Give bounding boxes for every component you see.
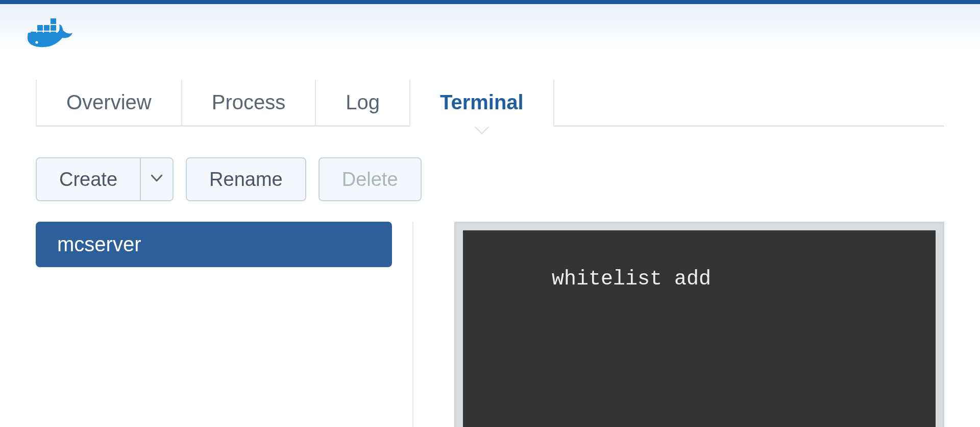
chevron-down-icon bbox=[151, 175, 162, 184]
terminal-list-sidebar: mcserver bbox=[36, 222, 413, 427]
create-button-group: Create bbox=[36, 157, 174, 201]
header-area bbox=[0, 4, 980, 59]
svg-rect-6 bbox=[51, 25, 56, 31]
svg-rect-7 bbox=[51, 18, 56, 24]
active-tab-notch bbox=[474, 118, 489, 134]
delete-button[interactable]: Delete bbox=[318, 157, 422, 201]
window-top-border bbox=[0, 0, 980, 4]
content-area: mcserver whitelist add bbox=[36, 222, 944, 427]
terminal-list-item[interactable]: mcserver bbox=[36, 222, 392, 267]
tab-label: Log bbox=[346, 91, 380, 114]
tab-bar: Overview Process Log Terminal bbox=[36, 80, 944, 127]
create-dropdown-toggle[interactable] bbox=[140, 158, 173, 200]
tab-process[interactable]: Process bbox=[181, 80, 315, 125]
terminal-frame: whitelist add bbox=[454, 222, 944, 427]
list-item-label: mcserver bbox=[57, 233, 141, 255]
terminal-output[interactable]: whitelist add bbox=[463, 230, 936, 427]
tab-terminal[interactable]: Terminal bbox=[409, 80, 554, 125]
tab-label: Process bbox=[212, 91, 286, 114]
tab-label: Overview bbox=[66, 91, 152, 114]
tab-log[interactable]: Log bbox=[315, 80, 409, 125]
docker-logo bbox=[26, 17, 75, 54]
rename-button[interactable]: Rename bbox=[186, 157, 306, 201]
button-label: Rename bbox=[209, 169, 283, 191]
tab-overview[interactable]: Overview bbox=[36, 80, 181, 125]
button-label: Delete bbox=[342, 169, 398, 191]
terminal-text: whitelist add bbox=[552, 268, 711, 291]
svg-rect-5 bbox=[44, 25, 50, 31]
create-button[interactable]: Create bbox=[37, 158, 140, 200]
button-label: Create bbox=[59, 169, 117, 191]
tab-label: Terminal bbox=[440, 91, 524, 114]
svg-rect-4 bbox=[37, 25, 43, 31]
svg-point-8 bbox=[35, 41, 38, 43]
toolbar: Create Rename Delete bbox=[36, 157, 944, 201]
